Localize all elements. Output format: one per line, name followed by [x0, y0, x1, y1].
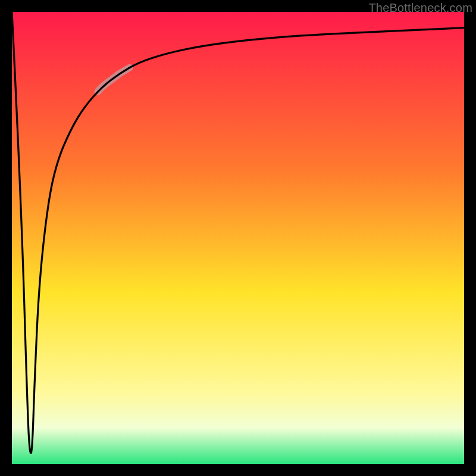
- plot-svg: [12, 12, 464, 464]
- plot-area: [12, 12, 464, 464]
- chart-frame: TheBottleneck.com: [0, 0, 476, 476]
- attribution-text: TheBottleneck.com: [368, 1, 472, 15]
- gradient-background: [12, 12, 464, 464]
